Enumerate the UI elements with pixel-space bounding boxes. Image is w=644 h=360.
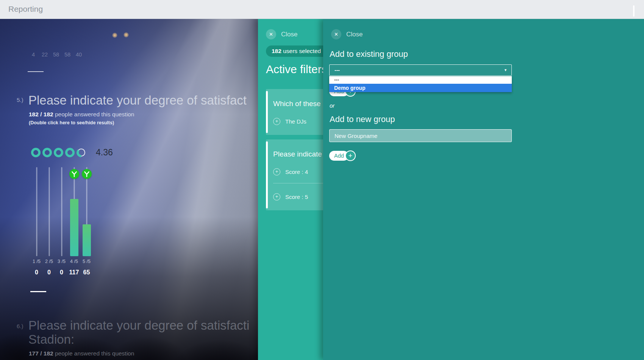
answered-text: people answered this question: [53, 111, 134, 117]
users-selected-badge: 182 users selected: [266, 45, 323, 57]
average-score-row: 4.36: [31, 147, 113, 158]
add-to-group-panel: ✕ Close Add to existing group Add + --- …: [323, 19, 644, 360]
chart-category-labels: 1 /52 /53 /54 /55 /5: [30, 259, 93, 264]
page-title: Reporting: [8, 5, 43, 14]
chart-track: [48, 167, 50, 256]
selected-score-marker-icon[interactable]: [69, 169, 79, 179]
top-bar: Reporting: [0, 0, 644, 19]
filter-item[interactable]: +Score : 4: [273, 168, 323, 175]
plus-icon: +: [345, 150, 356, 161]
average-score-value: 4.36: [96, 147, 113, 158]
close-filters-button[interactable]: ✕ Close: [266, 29, 297, 39]
separator: [273, 183, 323, 183]
chart-track: [36, 167, 37, 256]
chart-bar: [70, 199, 78, 256]
previous-stat-value: 58: [63, 52, 72, 58]
add-filter-icon: +: [273, 118, 280, 125]
active-filters-panel: ✕ Close 182 users selected Active filter…: [258, 19, 323, 360]
answered-count-line: 182 / 182 people answered this question: [29, 111, 134, 118]
chart-column: [55, 167, 68, 256]
stage-light-glow: [123, 32, 129, 38]
chart-value-labels: 00011765: [30, 269, 93, 276]
filter-item-label: The DJs: [285, 118, 306, 125]
panel-title: Active filters: [266, 63, 323, 76]
chart-category-label: 2 /5: [43, 259, 55, 264]
dropdown-option[interactable]: Demo group: [329, 84, 512, 92]
chart-track: [61, 167, 62, 256]
scroll-indicator: [633, 5, 635, 17]
chart-category-label: 1 /5: [30, 259, 43, 264]
previous-stat-value: 4: [29, 52, 38, 58]
or-separator-label: or: [330, 102, 335, 109]
add-to-new-group-button[interactable]: Add +: [329, 150, 356, 161]
add-filter-icon: +: [273, 168, 280, 175]
chart-bar: [83, 224, 91, 256]
chart-value: 0: [30, 269, 43, 276]
previous-question-values: 422585840: [29, 52, 83, 58]
previous-stat-value: 22: [40, 52, 49, 58]
answered-text: people answered this question: [53, 350, 134, 357]
dropdown-option[interactable]: ---: [329, 76, 512, 84]
question-number: 6.): [17, 323, 23, 329]
chart-values-underline: [30, 291, 46, 292]
filter-item[interactable]: +Score : 5: [273, 193, 323, 200]
chart-column: [30, 167, 43, 256]
question-title[interactable]: Please indicate your degree of satisfact…: [28, 318, 249, 346]
close-group-panel-button[interactable]: ✕ Close: [331, 29, 363, 39]
chart-value: 0: [55, 269, 68, 276]
toggle-results-hint[interactable]: (Double click here to see/hide results): [29, 120, 114, 125]
new-group-name-input[interactable]: [329, 129, 512, 142]
rating-circle: [77, 148, 86, 157]
rating-circle: [31, 148, 41, 157]
chart-value: 0: [43, 269, 55, 276]
filter-item[interactable]: +The DJs: [273, 118, 323, 125]
answered-count-line: 177 / 182 people answered this question: [29, 350, 134, 357]
stage-light-glow: [112, 33, 117, 38]
app-window: Reporting 422585840 5.) Please indicate …: [0, 0, 644, 360]
rating-circles: [31, 148, 86, 157]
filter-item-label: Score : 5: [285, 194, 308, 200]
chart-value: 65: [80, 269, 93, 276]
question-title[interactable]: Please indicate your degree of satisfact: [28, 93, 247, 108]
filter-item-label: Score : 4: [285, 169, 308, 175]
question-number: 5.): [17, 97, 23, 103]
close-icon[interactable]: ✕: [331, 29, 341, 39]
chart-column: [43, 167, 55, 256]
filter-card-title: Which of these: [273, 100, 323, 108]
new-group-heading: Add to new group: [330, 114, 395, 124]
answered-count: 177 / 182: [29, 350, 53, 357]
add-filter-icon: +: [273, 193, 280, 200]
close-icon[interactable]: ✕: [266, 29, 276, 39]
chart-column: [80, 167, 93, 256]
rating-circle: [42, 148, 52, 157]
chevron-down-icon: ▼: [504, 68, 507, 72]
previous-question-underline: [28, 71, 44, 72]
chart-category-label: 5 /5: [80, 259, 93, 264]
group-dropdown-list: ---Demo group: [329, 76, 512, 92]
score-bar-chart: [30, 167, 93, 256]
previous-stat-value: 40: [74, 52, 83, 58]
filter-card: Please indicate+Score : 4+Score : 5: [266, 139, 323, 210]
rating-circle: [54, 148, 63, 157]
answered-count: 182 / 182: [29, 111, 53, 117]
chart-category-label: 4 /5: [68, 259, 80, 264]
rating-circle: [65, 148, 75, 157]
filter-card: Which of these+The DJs: [266, 89, 323, 135]
filter-card-list: Which of these+The DJsPlease indicate+Sc…: [266, 89, 323, 215]
chart-category-label: 3 /5: [55, 259, 68, 264]
chart-column: [68, 167, 80, 256]
selected-score-marker-icon[interactable]: [82, 169, 92, 179]
existing-group-heading: Add to existing group: [330, 49, 408, 59]
existing-group-select[interactable]: --- ▼: [329, 64, 512, 76]
filter-card-title: Please indicate: [273, 150, 323, 158]
selected-option: ---: [335, 67, 340, 73]
chart-value: 117: [68, 269, 80, 276]
previous-stat-value: 58: [52, 52, 61, 58]
